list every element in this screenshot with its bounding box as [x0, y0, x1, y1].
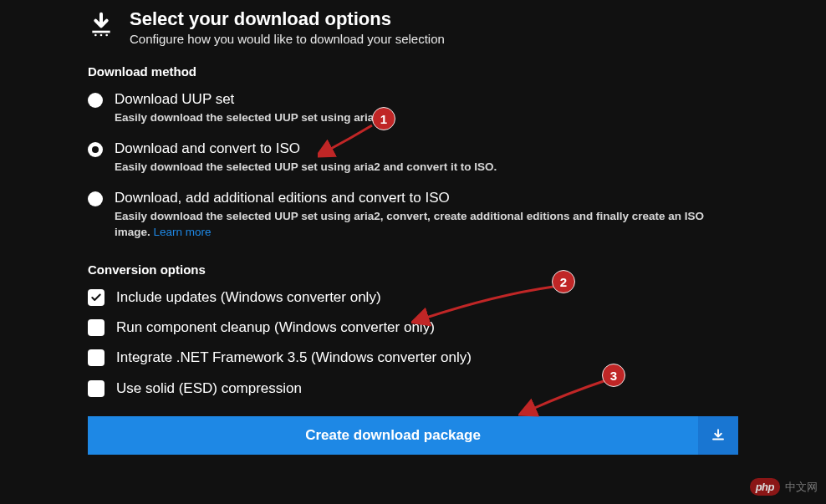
watermark: php 中文网 [750, 478, 818, 496]
download-icon [88, 12, 115, 42]
download-method-group: Download UUP set Easily download the sel… [88, 90, 738, 241]
page-subtitle: Configure how you would like to download… [130, 32, 445, 46]
svg-point-1 [94, 34, 97, 37]
radio-indicator [88, 142, 103, 157]
checkbox-esd-compression[interactable]: Use solid (ESD) compression [88, 379, 738, 398]
radio-label: Download and convert to ISO [115, 140, 738, 158]
radio-indicator [88, 93, 103, 108]
watermark-text: 中文网 [785, 480, 818, 495]
radio-desc: Easily download the selected UUP set usi… [115, 110, 738, 126]
page-title: Select your download options [130, 8, 445, 30]
checkbox-indicator [88, 380, 105, 397]
learn-more-link[interactable]: Learn more [154, 226, 212, 238]
radio-desc: Easily download the selected UUP set usi… [115, 160, 738, 176]
svg-rect-0 [92, 31, 110, 33]
checkbox-label: Run component cleanup (Windows converter… [116, 318, 435, 337]
annotation-badge-2: 2 [552, 270, 575, 293]
checkbox-indicator [88, 319, 105, 336]
radio-download-additional-iso[interactable]: Download, add additional editions and co… [88, 189, 738, 241]
checkbox-indicator [88, 289, 105, 306]
radio-download-uup[interactable]: Download UUP set Easily download the sel… [88, 90, 738, 126]
checkbox-label: Use solid (ESD) compression [116, 379, 302, 398]
svg-point-2 [100, 34, 103, 37]
checkbox-label: Integrate .NET Framework 3.5 (Windows co… [116, 349, 472, 367]
radio-label: Download UUP set [115, 90, 738, 109]
radio-desc: Easily download the selected UUP set usi… [115, 209, 738, 241]
checkbox-label: Include updates (Windows converter only) [116, 288, 381, 307]
download-icon [698, 416, 738, 455]
radio-label: Download, add additional editions and co… [115, 189, 738, 207]
checkbox-indicator [88, 349, 105, 366]
annotation-badge-3: 3 [602, 364, 625, 387]
svg-point-3 [105, 34, 108, 37]
checkbox-integrate-net[interactable]: Integrate .NET Framework 3.5 (Windows co… [88, 349, 738, 367]
annotation-arrow-2 [411, 278, 562, 328]
radio-indicator [88, 191, 103, 206]
watermark-logo: php [750, 478, 780, 496]
conversion-options-title: Conversion options [88, 262, 738, 277]
page-header: Select your download options Configure h… [88, 8, 738, 46]
radio-download-convert-iso[interactable]: Download and convert to ISO Easily downl… [88, 140, 738, 176]
annotation-badge-1: 1 [372, 107, 395, 130]
download-method-title: Download method [88, 64, 738, 79]
create-package-button[interactable]: Create download package [88, 416, 738, 455]
